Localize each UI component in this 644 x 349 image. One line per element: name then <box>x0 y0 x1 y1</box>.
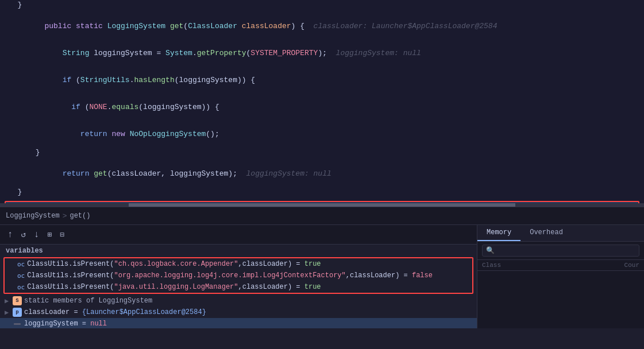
variables-label: variables <box>0 245 477 256</box>
var-row-classloader[interactable]: ▶ p classLoader = {Launcher$AppClassLoad… <box>0 307 477 318</box>
ide-window: } public static LoggingSystem get(ClassL… <box>0 0 644 349</box>
p-icon: p <box>13 308 22 317</box>
code-line: } <box>0 148 644 160</box>
var-text: classLoader = {Launcher$AppClassLoader@2… <box>24 308 206 316</box>
var-row-2: oc ClassUtils.isPresent("org.apache.logg… <box>5 270 472 281</box>
code-line: public static LoggingSystem get(ClassLoa… <box>0 13 644 40</box>
collapse-button[interactable]: ⊟ <box>58 228 66 241</box>
search-box[interactable]: 🔍 <box>482 245 639 257</box>
breadcrumb-bar: LoggingSystem > get() <box>0 207 644 225</box>
code-line: String loggingSystem = System.getPropert… <box>0 40 644 67</box>
variables-list: oc ClassUtils.isPresent("ch.qos.logback.… <box>0 256 477 328</box>
code-line: } <box>0 187 644 200</box>
var-text: loggingSystem = null <box>24 320 107 328</box>
var-text: ClassUtils.isPresent("java.util.logging.… <box>27 283 321 291</box>
code-line: return get(classLoader, loggingSystem); … <box>0 160 644 187</box>
expand-icon: ▶ <box>5 297 13 305</box>
expand-icon: ▶ <box>5 308 13 317</box>
static-icon: S <box>13 296 22 305</box>
col-count-header: Cour <box>605 262 639 269</box>
tab-overhead[interactable]: Overhead <box>520 225 572 241</box>
var-text: ClassUtils.isPresent("ch.qos.logback.cor… <box>27 260 321 268</box>
var-text: static members of LoggingSystem <box>24 297 152 305</box>
breadcrumb-method: get() <box>70 212 90 220</box>
highlighted-variables-group: oc ClassUtils.isPresent("ch.qos.logback.… <box>3 257 473 294</box>
code-line: } <box>0 0 644 13</box>
code-line: return new NoOpLoggingSystem(); <box>0 121 644 148</box>
right-tabs: Memory Overhead <box>477 225 644 242</box>
debug-toolbar: ↑ ↺ ↓ ⊞ ⊟ <box>0 225 477 245</box>
type-badge: oc <box>17 284 25 291</box>
right-panel: Memory Overhead 🔍 Class Cour <box>477 225 644 328</box>
var-row-1: oc ClassUtils.isPresent("ch.qos.logback.… <box>5 258 472 270</box>
search-icon: 🔍 <box>486 246 495 255</box>
var-row-loggingsystem[interactable]: loggingSystem = null <box>0 318 477 328</box>
resume-button[interactable]: ↑ <box>6 228 15 242</box>
type-badge: oc <box>17 272 25 280</box>
var-text: ClassUtils.isPresent("org.apache.logging… <box>27 272 433 280</box>
var-dash <box>14 323 21 325</box>
var-row-static[interactable]: ▶ S static members of LoggingSystem <box>0 295 477 307</box>
breadcrumb-separator: > <box>63 212 67 220</box>
tab-memory[interactable]: Memory <box>477 225 520 241</box>
right-table-header: Class Cour <box>477 260 644 271</box>
type-badge: oc <box>17 261 25 268</box>
step-over-button[interactable]: ↺ <box>20 228 28 241</box>
table-view-button[interactable]: ⊞ <box>46 228 54 241</box>
code-line: if (StringUtils.hasLength(loggingSystem)… <box>0 67 644 94</box>
bottom-panel: ↑ ↺ ↓ ⊞ ⊟ variables oc ClassUtils.isPres… <box>0 225 644 328</box>
var-row-3: oc ClassUtils.isPresent("java.util.loggi… <box>5 281 472 293</box>
variables-panel: ↑ ↺ ↓ ⊞ ⊟ variables oc ClassUtils.isPres… <box>0 225 477 328</box>
code-line: if (NONE.equals(loggingSystem)) { <box>0 94 644 121</box>
right-search-container: 🔍 <box>477 242 644 260</box>
step-into-button[interactable]: ↓ <box>32 228 41 242</box>
breadcrumb-class: LoggingSystem <box>6 212 60 220</box>
horizontal-scrollbar[interactable] <box>0 203 644 207</box>
col-class-header: Class <box>482 262 605 269</box>
code-editor: } public static LoggingSystem get(ClassL… <box>0 0 644 207</box>
